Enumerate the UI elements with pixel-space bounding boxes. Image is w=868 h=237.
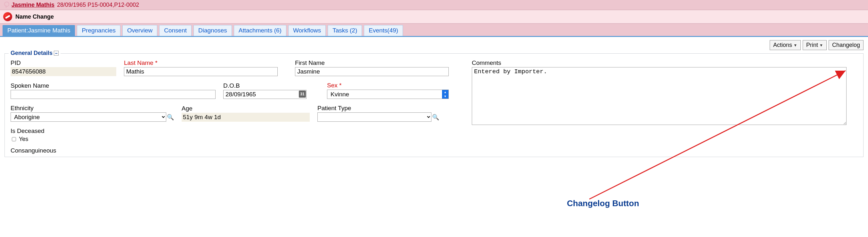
- dob-label: D.O.B: [223, 82, 307, 89]
- warning-text: Name Change: [16, 14, 54, 20]
- sex-select[interactable]: Kvinne: [327, 89, 449, 99]
- warning-icon: [3, 12, 12, 21]
- firstname-field[interactable]: [295, 67, 449, 76]
- tab-overview[interactable]: Overview: [122, 25, 157, 36]
- dob-field[interactable]: [223, 90, 307, 99]
- calendar-icon[interactable]: 31: [299, 90, 306, 98]
- isdeceased-label: Is Deceased: [10, 128, 44, 135]
- comments-field[interactable]: Entered by Importer.: [472, 67, 846, 125]
- actions-label: Actions: [773, 42, 792, 49]
- actions-dropdown[interactable]: Actions: [770, 40, 801, 50]
- general-details-panel: General Details − PID Last Name First Na…: [4, 53, 864, 157]
- pid-field: [10, 67, 116, 76]
- print-label: Print: [806, 42, 818, 49]
- firstname-label: First Name: [295, 59, 449, 67]
- tab-pregnancies[interactable]: Pregnancies: [77, 25, 120, 36]
- panel-legend: General Details −: [9, 50, 61, 56]
- lastname-field[interactable]: [124, 67, 278, 76]
- isdeceased-checkbox[interactable]: [12, 137, 16, 141]
- changelog-button[interactable]: Changelog: [829, 40, 864, 50]
- search-icon[interactable]: 🔍: [167, 114, 174, 121]
- comments-label: Comments: [472, 59, 858, 67]
- lastname-label: Last Name: [124, 59, 278, 67]
- print-dropdown[interactable]: Print: [803, 40, 827, 50]
- age-label: Age: [182, 105, 310, 112]
- collapse-toggle-icon[interactable]: −: [54, 51, 59, 56]
- tab-tasks[interactable]: Tasks (2): [328, 25, 362, 36]
- patient-header: Jasmine Mathis 28/09/1965 P15-0004,P12-0…: [0, 0, 868, 10]
- patienttype-label: Patient Type: [317, 105, 439, 112]
- tab-bar: Patient:Jasmine Mathis Pregnancies Overv…: [0, 23, 868, 37]
- panel-title: General Details: [10, 50, 53, 56]
- tab-workflows[interactable]: Workflows: [288, 25, 326, 36]
- action-bar: Actions Print Changelog: [0, 37, 868, 51]
- isdeceased-option: Yes: [19, 136, 28, 142]
- spokenname-label: Spoken Name: [10, 82, 216, 89]
- search-icon[interactable]: 🔍: [432, 114, 439, 121]
- tab-consent[interactable]: Consent: [159, 25, 191, 36]
- sex-label: Sex: [327, 82, 449, 89]
- ethnicity-select[interactable]: Aborigine: [10, 112, 166, 122]
- warning-bar: Name Change: [0, 10, 868, 23]
- ethnicity-label: Ethnicity: [10, 105, 174, 112]
- patienttype-select[interactable]: [317, 112, 431, 122]
- patient-meta: 28/09/1965 P15-0004,P12-0002: [57, 2, 139, 8]
- tab-patient[interactable]: Patient:Jasmine Mathis: [3, 25, 75, 36]
- female-icon: [3, 1, 9, 8]
- spokenname-field[interactable]: [10, 90, 216, 99]
- age-field: [182, 113, 310, 122]
- patient-name-link[interactable]: Jasmine Mathis: [11, 2, 55, 8]
- pid-label: PID: [10, 59, 116, 67]
- select-stepper-icon[interactable]: ▲▼: [442, 90, 448, 99]
- tab-attachments[interactable]: Attachments (6): [234, 25, 286, 36]
- tab-diagnoses[interactable]: Diagnoses: [193, 25, 232, 36]
- consanguineous-label: Consanguineous: [10, 147, 56, 154]
- tab-events[interactable]: Events(49): [364, 25, 403, 36]
